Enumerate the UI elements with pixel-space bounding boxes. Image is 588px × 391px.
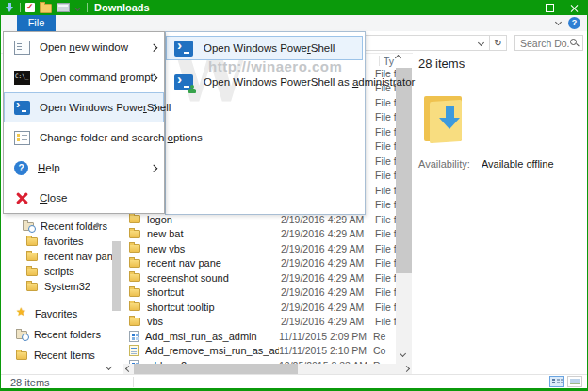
titlebar-separator bbox=[20, 3, 21, 12]
file-row-add-msi-run-as-admin[interactable]: Add_msi_run_as_admin11/11/2015 2:09 PMRe bbox=[123, 329, 396, 344]
scroll-down-icon[interactable] bbox=[400, 350, 406, 357]
sidebar-item-favorites[interactable]: favorites bbox=[1, 234, 112, 249]
file-type: File folder bbox=[375, 301, 396, 313]
folder-icon bbox=[26, 283, 38, 291]
file-row-screenshot-sound[interactable]: screenshot sound2/19/2016 4:29 AMFile fo… bbox=[123, 270, 396, 285]
folder-icon bbox=[26, 237, 38, 246]
file-name: vbs bbox=[147, 316, 281, 327]
recent-folder-icon bbox=[23, 222, 34, 231]
availability-value: Available offline bbox=[482, 158, 554, 170]
sidebar-item-label: System32 bbox=[44, 281, 90, 292]
sidebar-item-recent-items[interactable]: Recent Items bbox=[1, 345, 112, 366]
file-row-shortcut[interactable]: shortcut2/19/2016 4:29 AMFile folder bbox=[123, 285, 396, 301]
powershell-icon bbox=[14, 101, 30, 115]
sidebar-scrollbar-thumb[interactable] bbox=[112, 241, 121, 311]
file-type: File folder bbox=[375, 199, 396, 210]
sidebar-item-recent-nav-pane[interactable]: recent nav pane bbox=[1, 249, 112, 264]
file-date: 2/19/2016 4:29 AM bbox=[281, 228, 371, 239]
file-row-new-bat[interactable]: new bat2/19/2016 4:29 AMFile folder bbox=[123, 227, 396, 242]
file-list-vertical-scrollbar[interactable] bbox=[396, 68, 412, 364]
file-date: 2/19/2016 4:29 AM bbox=[281, 243, 371, 254]
file-date: 2/19/2016 4:29 AM bbox=[281, 257, 371, 269]
search-placeholder: Search Do... bbox=[520, 38, 569, 49]
file-row-new-vbs[interactable]: new vbs2/19/2016 4:29 AMFile folder bbox=[123, 241, 396, 256]
powershell-submenu: W http://winaero.com Open Windows PowerS… bbox=[165, 31, 366, 215]
file-date: 11/11/2015 2:10 PM bbox=[279, 345, 369, 356]
qat-dropdown-icon[interactable] bbox=[74, 4, 81, 10]
file-type: File folder bbox=[375, 140, 396, 152]
scroll-left-icon[interactable] bbox=[125, 366, 132, 372]
sidebar-item-system32[interactable]: System32 bbox=[1, 279, 112, 294]
file-type: File folder bbox=[375, 97, 396, 108]
maximize-icon bbox=[546, 4, 554, 12]
menu-item-new-window[interactable]: Open new window bbox=[4, 32, 164, 62]
details-pane: 28 items Availability: Available offline bbox=[413, 53, 587, 374]
admin-badge-icon bbox=[188, 85, 196, 93]
file-name: screenshot sound bbox=[147, 272, 281, 284]
sidebar-item-recent-folders[interactable]: Recent folders bbox=[1, 219, 112, 234]
menu-item-command-prompt[interactable]: Open command prompt bbox=[4, 62, 164, 92]
qat-properties-icon[interactable] bbox=[25, 3, 35, 12]
file-row-add-remove-msi-run-as-admin[interactable]: Add_remove_msi_run_as_admin11/11/2015 2:… bbox=[123, 344, 396, 359]
file-row-recent-nav-pane[interactable]: recent nav pane2/19/2016 4:29 AMFile fol… bbox=[123, 256, 396, 271]
availability-row: Availability: Available offline bbox=[418, 158, 554, 170]
menu-item-close[interactable]: Close bbox=[4, 183, 164, 213]
submenu-item-open-windows-powershell-as-administrator[interactable]: Open Windows PowerShell as administrator bbox=[166, 70, 363, 94]
submenu-item-open-windows-powershell[interactable]: Open Windows PowerShell bbox=[166, 36, 363, 60]
caption-buttons bbox=[513, 0, 586, 15]
horizontal-scrollbar-thumb[interactable] bbox=[134, 364, 298, 374]
submenu-arrow-icon bbox=[149, 44, 156, 52]
close-icon bbox=[14, 191, 30, 205]
thumbnail-view-button[interactable] bbox=[567, 376, 582, 387]
thumbnail-view-icon bbox=[570, 379, 580, 384]
sidebar-item-scripts[interactable]: scripts bbox=[1, 264, 112, 279]
file-name: Add_msi_run_as_admin bbox=[145, 331, 279, 342]
submenu-item-label: Open Windows PowerShell as administrator bbox=[204, 76, 415, 88]
file-row-shortcut-tooltip[interactable]: shortcut tooltip2/19/2016 4:29 AMFile fo… bbox=[123, 300, 396, 315]
tab-file[interactable]: File bbox=[17, 15, 56, 31]
menu-item-folder-options[interactable]: Change folder and search options bbox=[4, 122, 164, 153]
file-row-vbs[interactable]: vbs2/19/2016 4:29 AMFile folder bbox=[123, 315, 396, 330]
scroll-right-icon[interactable] bbox=[403, 366, 410, 372]
menu-item-help[interactable]: Help bbox=[4, 153, 164, 183]
search-input[interactable]: Search Do... bbox=[514, 35, 583, 51]
sidebar-item-recent-folders[interactable]: Recent folders bbox=[1, 324, 112, 345]
close-button[interactable] bbox=[562, 0, 586, 15]
file-menu-items: Open new windowOpen command promptOpen W… bbox=[4, 32, 164, 213]
file-date: 2/19/2016 4:29 AM bbox=[281, 301, 371, 313]
file-name: logon bbox=[147, 214, 281, 225]
file-type: File folder bbox=[375, 111, 396, 122]
powershell-admin-icon bbox=[174, 74, 193, 90]
download-arrow-icon bbox=[439, 106, 462, 131]
powershell-submenu-items: Open Windows PowerShellOpen Windows Powe… bbox=[166, 36, 365, 104]
powershell-icon bbox=[174, 41, 193, 57]
search-icon bbox=[570, 39, 579, 47]
menu-item-powershell[interactable]: Open Windows PowerShell bbox=[4, 92, 164, 122]
ribbon-help-icon[interactable] bbox=[568, 17, 580, 29]
submenu-arrow-icon bbox=[149, 165, 156, 172]
recent-folder-icon bbox=[16, 331, 27, 339]
star-icon bbox=[16, 308, 28, 319]
vertical-scrollbar-thumb[interactable] bbox=[396, 68, 412, 273]
file-date: 2/19/2016 4:29 AM bbox=[281, 214, 371, 225]
command-prompt-icon bbox=[14, 71, 30, 85]
minimize-button[interactable] bbox=[513, 0, 537, 15]
column-divider[interactable] bbox=[379, 56, 380, 66]
file-list-horizontal-scrollbar[interactable] bbox=[123, 364, 412, 374]
refresh-icon[interactable] bbox=[489, 36, 506, 50]
qat-new-folder-icon[interactable] bbox=[40, 4, 52, 13]
file-name: new bat bbox=[147, 228, 281, 239]
sidebar-item-favorites[interactable]: Favorites bbox=[1, 303, 112, 324]
maximize-button[interactable] bbox=[537, 0, 562, 15]
address-dropdown-icon[interactable] bbox=[478, 40, 484, 46]
status-bar: 28 items bbox=[1, 374, 587, 389]
qat-window-icon[interactable] bbox=[57, 3, 70, 12]
sidebar-item-label: Favorites bbox=[35, 308, 77, 319]
file-type: File folder bbox=[375, 316, 396, 327]
folder-options-icon bbox=[14, 131, 30, 145]
menu-item-label: Close bbox=[40, 192, 67, 204]
file-name: recent nav pane bbox=[147, 257, 281, 269]
sidebar-item-label: recent nav pane bbox=[44, 251, 119, 262]
details-view-button[interactable] bbox=[549, 376, 564, 387]
registry-file-icon bbox=[129, 331, 139, 342]
